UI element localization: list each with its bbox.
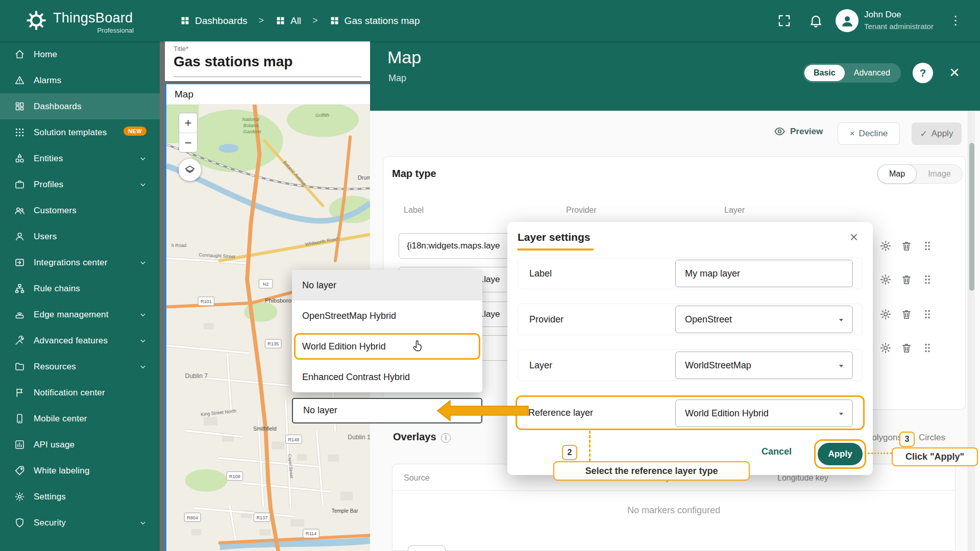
new-badge: NEW	[124, 127, 146, 136]
apply-button-label: Apply	[932, 129, 953, 139]
sidebar-item-mobile-center[interactable]: Mobile center	[0, 406, 160, 432]
chevron-down-icon	[138, 154, 148, 163]
user-avatar[interactable]	[836, 9, 859, 32]
annotation-arrow-left	[434, 398, 532, 423]
drag-handle-icon[interactable]	[921, 308, 934, 320]
delete-layer-icon[interactable]	[900, 240, 913, 252]
option-openstreetmap-hybrid[interactable]: OpenStreetMap Hybrid	[292, 300, 482, 331]
sidebar-item-integrations-center[interactable]: Integrations center	[0, 249, 160, 276]
check-icon: ✓	[920, 129, 927, 139]
drag-handle-icon[interactable]	[921, 273, 934, 286]
sidebar-item-customers[interactable]: Customers	[0, 197, 160, 223]
option-world-edition-hybrid[interactable]: World Edition Hybrid	[292, 331, 482, 362]
sidebar-item-dashboards[interactable]: Dashboards	[0, 93, 160, 119]
delete-layer-icon[interactable]	[900, 342, 913, 354]
layer-settings-gear-icon[interactable]	[879, 240, 892, 252]
widget-settings-header: Map Map Basic Advanced ? ×	[370, 41, 980, 111]
help-button[interactable]: ?	[913, 63, 933, 83]
tab-circles[interactable]: Circles	[919, 433, 945, 443]
panel-scrollbar[interactable]	[968, 111, 975, 551]
fullscreen-icon[interactable]	[777, 13, 792, 28]
option-no-layer[interactable]: No layer	[292, 270, 482, 300]
layer-select[interactable]: WorldStreetMap	[675, 352, 853, 379]
breadcrumb-dashboards[interactable]: Dashboards	[180, 15, 247, 27]
delete-layer-icon[interactable]	[900, 273, 913, 286]
annotation-step-badge: 2	[562, 445, 577, 460]
sidebar-item-settings[interactable]: Settings	[0, 484, 160, 510]
gear-icon	[14, 491, 25, 502]
reference-layer-select[interactable]: World Edition Hybrid	[675, 399, 853, 427]
close-modal-icon[interactable]: ×	[846, 228, 862, 246]
map-layers-button[interactable]	[179, 159, 201, 181]
title-input[interactable]: Gas stations map	[174, 54, 292, 70]
decline-button-label: Decline	[859, 129, 888, 139]
option-label: World Edition Hybrid	[302, 341, 386, 352]
chart-icon	[14, 439, 25, 450]
zoom-in-button[interactable]: +	[179, 113, 197, 133]
layer-row-actions	[879, 273, 934, 286]
scrollbar-thumb[interactable]	[969, 143, 974, 291]
dashboards-icon	[14, 101, 25, 112]
breadcrumb-all[interactable]: All	[275, 15, 301, 27]
layer-row-actions	[879, 240, 934, 252]
sidebar-item-security[interactable]: Security	[0, 510, 160, 536]
label-input[interactable]: My map layer	[675, 260, 853, 287]
layer-settings-gear-icon[interactable]	[879, 273, 892, 286]
drag-handle-icon[interactable]	[921, 240, 934, 252]
breadcrumb-separator: >	[308, 15, 322, 26]
provider-value: OpenStreet	[685, 314, 732, 324]
sidebar-item-label: Advanced features	[34, 336, 108, 346]
tab-advanced[interactable]: Advanced	[845, 65, 899, 81]
field-label: Provider	[529, 304, 564, 335]
breadcrumb-current[interactable]: Gas stations map	[329, 15, 420, 27]
decline-button[interactable]: × Decline	[838, 122, 900, 145]
map-place-label: Smithfield	[253, 426, 277, 432]
apply-changes-button[interactable]: ✓ Apply	[912, 122, 962, 145]
sidebar-item-label: Entities	[34, 154, 63, 164]
zoom-out-button[interactable]: −	[179, 133, 197, 153]
home-icon	[14, 49, 25, 60]
kebab-menu-icon[interactable]: ⋮	[949, 12, 962, 29]
field-label: Label	[529, 258, 552, 289]
sidebar-item-profiles[interactable]: Profiles	[0, 171, 160, 197]
preview-button[interactable]: Preview	[774, 126, 823, 137]
drag-handle-icon[interactable]	[921, 342, 934, 354]
thingsboard-logo-icon	[24, 9, 48, 32]
route-badge: N2	[263, 282, 269, 287]
sidebar-item-alarms[interactable]: Alarms	[0, 67, 160, 93]
reference-layer-row-highlighted: Reference layer World Edition Hybrid	[516, 395, 865, 430]
panel-subtitle: Map	[388, 73, 406, 84]
sidebar-item-entities[interactable]: Entities	[0, 145, 160, 171]
layer-row-actions	[879, 308, 934, 320]
chevron-down-icon	[138, 310, 148, 319]
sidebar-item-users[interactable]: Users	[0, 223, 160, 249]
chevron-down-icon	[138, 362, 148, 371]
toggle-map[interactable]: Map	[877, 164, 917, 184]
layer-select-dropdown: No layer OpenStreetMap Hybrid World Edit…	[292, 270, 482, 392]
close-panel-icon[interactable]: ×	[946, 61, 963, 83]
provider-select[interactable]: OpenStreet	[675, 306, 853, 333]
widget-header: Map	[166, 84, 370, 105]
column-source: Source	[404, 473, 430, 483]
toggle-image[interactable]: Image	[917, 165, 962, 183]
sidebar-item-resources[interactable]: Resources	[0, 354, 160, 380]
layer-settings-gear-icon[interactable]	[879, 342, 892, 354]
sidebar-item-edge-management[interactable]: Edge management	[0, 302, 160, 328]
sidebar-item-advanced-features[interactable]: Advanced features	[0, 328, 160, 354]
tab-basic[interactable]: Basic	[804, 65, 845, 81]
cancel-button[interactable]: Cancel	[762, 446, 792, 457]
sidebar-item-solution-templates[interactable]: Solution templates NEW	[0, 119, 160, 145]
layer-settings-gear-icon[interactable]	[879, 308, 892, 320]
notifications-bell-icon[interactable]	[808, 13, 823, 28]
add-marker-button-clipped[interactable]	[408, 545, 446, 551]
sidebar-item-api-usage[interactable]: API usage	[0, 432, 160, 458]
map-place-label: Drum	[358, 174, 370, 181]
sidebar-item-white-labeling[interactable]: White labeling	[0, 458, 160, 484]
chevron-down-icon	[138, 336, 148, 345]
apply-button[interactable]: Apply	[818, 443, 863, 465]
sidebar-item-notification-center[interactable]: Notification center	[0, 380, 160, 406]
option-enhanced-contrast-hybrid[interactable]: Enhanced Contrast Hybrid	[292, 362, 482, 392]
delete-layer-icon[interactable]	[900, 308, 913, 320]
sidebar-item-home[interactable]: Home	[0, 41, 160, 67]
sidebar-item-rule-chains[interactable]: Rule chains	[0, 276, 160, 302]
